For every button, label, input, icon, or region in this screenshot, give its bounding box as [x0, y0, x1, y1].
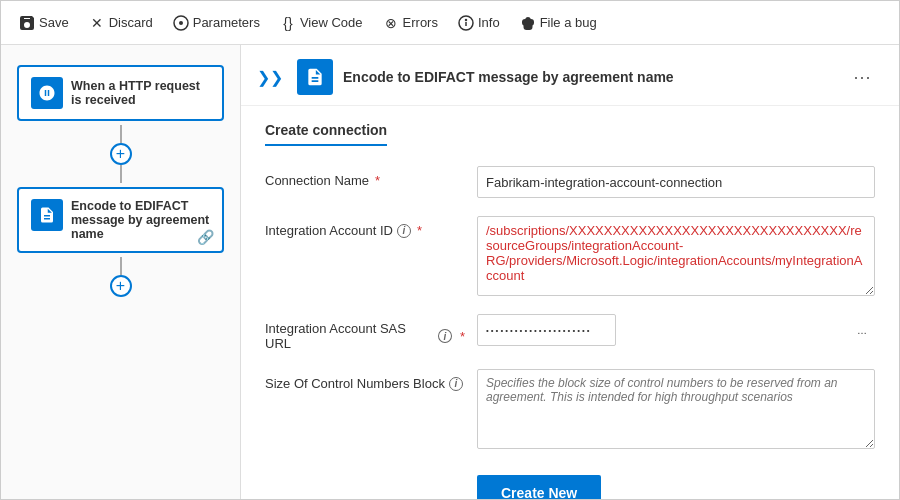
errors-label: Errors	[403, 15, 438, 30]
connection-name-label: Connection Name *	[265, 166, 465, 188]
info-circle-icon-3[interactable]: i	[449, 377, 463, 391]
encode-edifact-label: Encode to EDIFACT message by agreement n…	[71, 199, 210, 241]
encode-edifact-icon	[31, 199, 63, 231]
action-title: Encode to EDIFACT message by agreement n…	[343, 69, 674, 85]
view-code-icon: {}	[280, 15, 296, 31]
connector-1: +	[17, 125, 224, 183]
sas-url-wrapper: …	[477, 314, 875, 346]
http-trigger-icon	[31, 77, 63, 109]
info-icon	[458, 15, 474, 31]
create-new-wrapper: Create New	[477, 467, 875, 500]
connector-2: +	[17, 257, 224, 297]
action-menu-button[interactable]: ⋯	[845, 62, 879, 92]
svg-point-4	[465, 19, 466, 20]
save-label: Save	[39, 15, 69, 30]
encode-edifact-node[interactable]: Encode to EDIFACT message by agreement n…	[17, 187, 224, 253]
left-panel: When a HTTP request is received + Encode…	[1, 45, 241, 500]
action-header: ❯❯ Encode to EDIFACT message by agreemen…	[241, 45, 899, 106]
action-header-left: ❯❯ Encode to EDIFACT message by agreemen…	[257, 59, 674, 95]
integration-account-id-input[interactable]: /subscriptions/XXXXXXXXXXXXXXXXXXXXXXXXX…	[477, 216, 875, 296]
integration-account-sas-url-input[interactable]	[477, 314, 616, 346]
save-button[interactable]: Save	[11, 11, 77, 35]
integration-account-sas-url-row: Integration Account SAS URL i * …	[265, 314, 875, 351]
connection-name-input[interactable]	[477, 166, 875, 198]
http-trigger-node[interactable]: When a HTTP request is received	[17, 65, 224, 121]
connector-line-3	[120, 257, 122, 275]
required-star-3: *	[460, 329, 465, 344]
view-code-label: View Code	[300, 15, 363, 30]
integration-account-id-row: Integration Account ID i * /subscription…	[265, 216, 875, 296]
integration-account-sas-url-label: Integration Account SAS URL i *	[265, 314, 465, 351]
discard-button[interactable]: ✕ Discard	[81, 11, 161, 35]
connection-name-row: Connection Name *	[265, 166, 875, 198]
main-content: When a HTTP request is received + Encode…	[1, 45, 899, 500]
toolbar: Save ✕ Discard Parameters {} View Code ⊗…	[1, 1, 899, 45]
save-icon	[19, 15, 35, 31]
size-control-numbers-input[interactable]	[477, 369, 875, 449]
right-panel: ❯❯ Encode to EDIFACT message by agreemen…	[241, 45, 899, 500]
info-circle-icon-1[interactable]: i	[397, 224, 411, 238]
bug-icon	[520, 15, 536, 31]
view-code-button[interactable]: {} View Code	[272, 11, 371, 35]
parameters-icon	[173, 15, 189, 31]
info-label: Info	[478, 15, 500, 30]
expand-icon: ❯❯	[257, 68, 283, 87]
parameters-button[interactable]: Parameters	[165, 11, 268, 35]
file-a-bug-button[interactable]: File a bug	[512, 11, 605, 35]
size-control-numbers-label: Size Of Control Numbers Block i	[265, 369, 465, 391]
chain-icon: 🔗	[197, 229, 214, 245]
url-truncation-indicator: …	[857, 325, 867, 336]
create-new-button[interactable]: Create New	[477, 475, 601, 500]
svg-point-1	[179, 21, 183, 25]
size-control-numbers-row: Size Of Control Numbers Block i	[265, 369, 875, 449]
section-title: Create connection	[265, 122, 387, 146]
connector-line-1	[120, 125, 122, 143]
action-title-icon	[297, 59, 333, 95]
discard-icon: ✕	[89, 15, 105, 31]
file-a-bug-label: File a bug	[540, 15, 597, 30]
discard-label: Discard	[109, 15, 153, 30]
info-button[interactable]: Info	[450, 11, 508, 35]
errors-button[interactable]: ⊗ Errors	[375, 11, 446, 35]
connector-line-2	[120, 165, 122, 183]
required-star-1: *	[375, 173, 380, 188]
form-area: Create connection Connection Name * Inte…	[241, 106, 899, 500]
errors-icon: ⊗	[383, 15, 399, 31]
required-star-2: *	[417, 223, 422, 238]
info-circle-icon-2[interactable]: i	[438, 329, 452, 343]
integration-account-id-label: Integration Account ID i *	[265, 216, 465, 238]
parameters-label: Parameters	[193, 15, 260, 30]
http-trigger-label: When a HTTP request is received	[71, 79, 210, 107]
add-step-button-2[interactable]: +	[110, 275, 132, 297]
add-step-button-1[interactable]: +	[110, 143, 132, 165]
